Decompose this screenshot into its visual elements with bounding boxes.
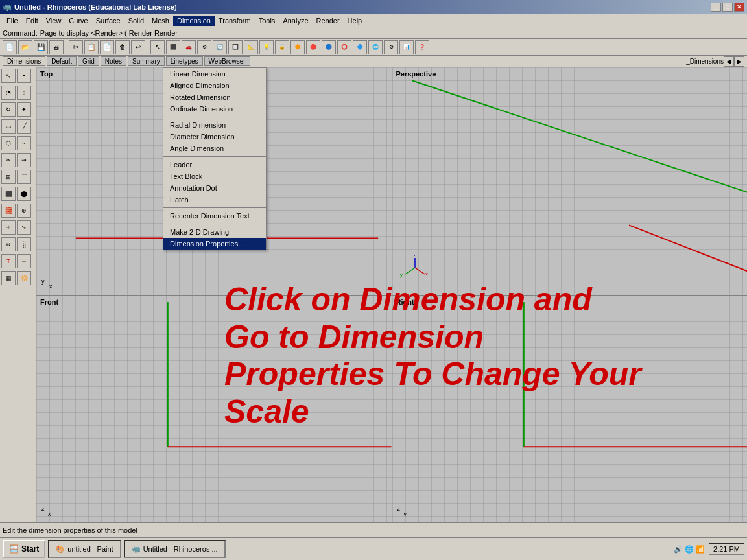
lt-extend[interactable]: ⇥	[17, 153, 31, 167]
tb-select[interactable]: ↖	[150, 40, 165, 54]
lt-hatch[interactable]: ▦	[1, 271, 16, 285]
lt-array[interactable]: ⣿	[17, 237, 31, 251]
menu-transform[interactable]: Transform	[215, 16, 255, 26]
dd-text-block[interactable]: Text Block	[163, 170, 266, 182]
menu-render[interactable]: Render	[313, 16, 344, 26]
taskbar-paint[interactable]: 🎨 untitled - Paint	[48, 540, 121, 558]
tb-b14[interactable]: ⚙	[384, 40, 398, 54]
lt-curve[interactable]: ~	[17, 136, 31, 150]
menu-help[interactable]: Help	[344, 16, 366, 26]
lt-mirror[interactable]: ⇔	[1, 237, 16, 251]
dd-angle-dimension[interactable]: Angle Dimension	[163, 143, 266, 154]
tb-b16[interactable]: ❓	[415, 40, 429, 54]
menu-view[interactable]: View	[42, 16, 65, 26]
lt-text[interactable]: T	[1, 254, 16, 268]
lt-rotate[interactable]: ↻	[1, 102, 16, 117]
tb-b3[interactable]: ⚙	[197, 40, 211, 54]
tb-b6[interactable]: 💡	[259, 40, 274, 54]
tb-delete[interactable]: 🗑	[115, 40, 130, 54]
minimize-button[interactable]: _	[711, 3, 721, 12]
lt-arrow[interactable]: ↖	[1, 69, 16, 83]
tb-cut[interactable]: ✂	[69, 40, 83, 54]
tb-print[interactable]: 🖨	[49, 40, 64, 54]
start-button[interactable]: 🪟 Start	[3, 540, 45, 558]
menu-analyze[interactable]: Analyze	[279, 16, 312, 26]
lt-rect[interactable]: ▭	[1, 119, 16, 134]
viewport-right[interactable]: Right z y	[392, 296, 748, 523]
lt-trim[interactable]: ✂	[1, 153, 16, 167]
tb-b4[interactable]: 🔄	[213, 40, 227, 54]
dd-aligned-dimension[interactable]: Aligned Dimension	[163, 80, 266, 91]
lt-scale[interactable]: ⤡	[17, 220, 31, 235]
tb-b7[interactable]: 🔒	[275, 40, 289, 54]
menu-dimension[interactable]: Dimension	[173, 16, 215, 26]
tb-b10[interactable]: 🔵	[322, 40, 336, 54]
dd-make2d[interactable]: Make 2-D Drawing	[163, 226, 266, 238]
menu-solid[interactable]: Solid	[124, 16, 148, 26]
lt-sphere[interactable]: ⬤	[17, 187, 31, 201]
dd-ordinate-dimension[interactable]: Ordinate Dimension	[163, 103, 266, 115]
lt-cylinder[interactable]: 🧱	[1, 204, 16, 218]
tab-dimensions[interactable]: Dimensions	[3, 56, 45, 66]
dd-rotated-dimension[interactable]: Rotated Dimension	[163, 91, 266, 103]
viewport-perspective[interactable]: Perspective Z x y	[392, 67, 748, 295]
tb-snap[interactable]: 🔲	[228, 40, 243, 54]
tab-summary[interactable]: Summary	[128, 56, 165, 66]
menu-tools[interactable]: Tools	[255, 16, 279, 26]
maximize-button[interactable]: □	[722, 3, 733, 12]
menu-curve[interactable]: Curve	[65, 16, 91, 26]
tb-b12[interactable]: 🔷	[353, 40, 367, 54]
tb-copy[interactable]: 📋	[84, 40, 99, 54]
tb-b5[interactable]: 📐	[244, 40, 258, 54]
menu-file[interactable]: File	[3, 16, 22, 26]
lt-poly[interactable]: ⬡	[1, 136, 16, 150]
tb-new[interactable]: 📄	[3, 40, 17, 54]
lt-arc[interactable]: ◔	[1, 86, 16, 100]
tab-scroll-right[interactable]: ▶	[734, 56, 744, 67]
dd-recenter[interactable]: Recenter Dimension Text	[163, 210, 266, 222]
tb-b9[interactable]: 🔴	[306, 40, 320, 54]
tab-notes[interactable]: Notes	[101, 56, 126, 66]
lt-star[interactable]: ✦	[17, 102, 31, 117]
front-axis-z: z	[42, 506, 45, 512]
close-button[interactable]: ✕	[734, 3, 744, 12]
tb-save[interactable]: 💾	[34, 40, 48, 54]
viewport-front[interactable]: Front z x	[36, 296, 392, 523]
tb-open[interactable]: 📂	[18, 40, 32, 54]
taskbar-rhino[interactable]: 🦏 Untitled - Rhinoceros ...	[124, 540, 226, 558]
lt-dot[interactable]: •	[17, 69, 31, 83]
dd-leader[interactable]: Leader	[163, 159, 266, 170]
tab-scroll-left[interactable]: ◀	[724, 56, 734, 67]
tb-b13[interactable]: 🌐	[368, 40, 383, 54]
tb-b1[interactable]: ⬛	[166, 40, 180, 54]
tb-b11[interactable]: ⭕	[337, 40, 351, 54]
lt-boolean[interactable]: ⊕	[17, 204, 31, 218]
menu-edit[interactable]: Edit	[22, 16, 42, 26]
tab-webbrowser[interactable]: WebBrowser	[204, 56, 250, 66]
lt-circle[interactable]: ○	[17, 86, 31, 100]
lt-move[interactable]: ✛	[1, 220, 16, 235]
lt-line[interactable]: ╱	[17, 119, 31, 134]
menu-surface[interactable]: Surface	[92, 16, 124, 26]
dd-diameter-dimension[interactable]: Diameter Dimension	[163, 131, 266, 143]
tab-default[interactable]: Default	[47, 56, 77, 66]
tb-b15[interactable]: 📊	[399, 40, 414, 54]
tb-b8[interactable]: 🔶	[290, 40, 305, 54]
menu-mesh[interactable]: Mesh	[148, 16, 173, 26]
dd-radial-dimension[interactable]: Radial Dimension	[163, 119, 266, 131]
dd-linear-dimension[interactable]: Linear Dimension	[163, 68, 266, 80]
lt-fillet[interactable]: ⌒	[17, 170, 31, 184]
lt-box[interactable]: ⬛	[1, 187, 16, 201]
tb-paste[interactable]: 📄	[100, 40, 114, 54]
tb-b2[interactable]: 🚗	[182, 40, 196, 54]
titlebar: 🦏 Untitled - Rhinoceros (Educational Lab…	[0, 0, 747, 14]
tab-linetypes[interactable]: Linetypes	[166, 56, 203, 66]
lt-offset[interactable]: ⊞	[1, 170, 16, 184]
dd-hatch[interactable]: Hatch	[163, 194, 266, 205]
dd-dimension-properties[interactable]: Dimension Properties...	[163, 238, 266, 250]
tb-undo[interactable]: ↩	[131, 40, 145, 54]
lt-render[interactable]: 🔆	[17, 271, 31, 285]
lt-dim[interactable]: ↔	[17, 254, 31, 268]
dd-annotation-dot[interactable]: Annotation Dot	[163, 182, 266, 194]
tab-grid[interactable]: Grid	[78, 56, 99, 66]
